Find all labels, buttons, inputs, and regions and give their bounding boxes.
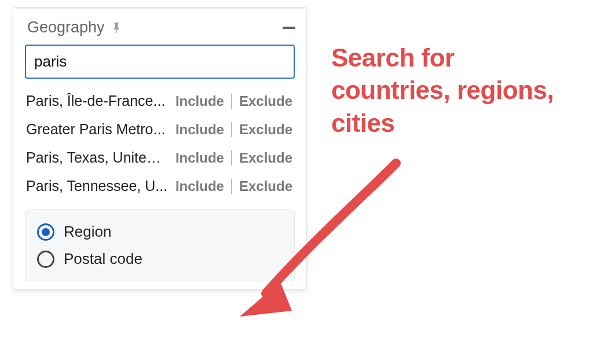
search-result[interactable]: Paris, Texas, United ... Include Exclude xyxy=(25,144,295,172)
geography-filter-panel: Geography Paris, Île-de-France... Includ… xyxy=(13,7,307,290)
include-exclude-group: Include Exclude xyxy=(174,150,294,166)
radio-selected-icon xyxy=(37,223,54,241)
include-exclude-group: Include Exclude xyxy=(174,122,294,138)
panel-top-divider xyxy=(17,8,303,9)
geography-search-input[interactable] xyxy=(25,45,295,79)
pin-icon[interactable] xyxy=(111,21,122,34)
include-button[interactable]: Include xyxy=(174,150,225,166)
include-exclude-separator xyxy=(231,122,232,137)
include-button[interactable]: Include xyxy=(174,93,225,109)
minus-icon xyxy=(283,27,295,29)
include-exclude-separator xyxy=(231,179,232,194)
panel-title: Geography xyxy=(27,19,105,36)
geography-mode-selector: Region Postal code xyxy=(25,209,295,281)
mode-region-option[interactable]: Region xyxy=(36,218,284,245)
search-input-wrap xyxy=(13,41,306,84)
result-name: Paris, Île-de-France... xyxy=(26,93,169,109)
radio-unselected-icon xyxy=(37,251,54,268)
search-results-list: Paris, Île-de-France... Include Exclude … xyxy=(13,84,306,208)
search-result[interactable]: Greater Paris Metro... Include Exclude xyxy=(25,115,295,144)
search-result[interactable]: Paris, Tennessee, U... Include Exclude xyxy=(25,172,295,200)
annotation-callout: Search for countries, regions, cities xyxy=(331,42,574,139)
search-result[interactable]: Paris, Île-de-France... Include Exclude xyxy=(25,87,295,115)
svg-rect-0 xyxy=(116,30,117,33)
result-name: Paris, Texas, United ... xyxy=(26,149,169,166)
result-name: Greater Paris Metro... xyxy=(26,121,169,138)
exclude-button[interactable]: Exclude xyxy=(238,150,294,166)
exclude-button[interactable]: Exclude xyxy=(238,122,294,138)
include-button[interactable]: Include xyxy=(174,178,225,194)
mode-label: Region xyxy=(64,223,111,241)
include-exclude-group: Include Exclude xyxy=(174,93,294,109)
include-exclude-separator xyxy=(231,94,232,109)
include-exclude-separator xyxy=(231,150,232,166)
exclude-button[interactable]: Exclude xyxy=(238,93,294,109)
result-name: Paris, Tennessee, U... xyxy=(26,178,169,194)
mode-postal-option[interactable]: Postal code xyxy=(36,245,284,273)
include-exclude-group: Include Exclude xyxy=(174,178,294,194)
exclude-button[interactable]: Exclude xyxy=(238,178,294,194)
include-button[interactable]: Include xyxy=(174,122,225,138)
panel-header: Geography xyxy=(13,13,306,41)
collapse-button[interactable] xyxy=(282,21,296,35)
mode-label: Postal code xyxy=(64,250,142,268)
